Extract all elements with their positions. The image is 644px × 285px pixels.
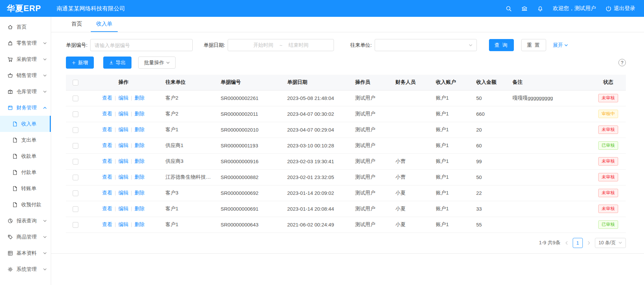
bell-icon[interactable]	[537, 5, 543, 12]
add-button[interactable]: 新增	[66, 57, 94, 69]
sidebar-subitem-expense[interactable]: 支出单	[0, 132, 51, 148]
row-checkbox[interactable]	[73, 159, 78, 165]
cell-remark	[509, 153, 591, 169]
tab-home[interactable]: 首页	[66, 16, 87, 32]
row-checkbox[interactable]	[73, 190, 78, 196]
view-link[interactable]: 查看	[102, 206, 112, 211]
row-actions-cell: 查看|编辑|删除	[85, 122, 162, 138]
edit-link[interactable]: 编辑	[118, 174, 128, 180]
edit-link[interactable]: 编辑	[118, 111, 128, 116]
delete-link[interactable]: 删除	[135, 95, 145, 101]
view-link[interactable]: 查看	[102, 190, 112, 195]
view-link[interactable]: 查看	[102, 127, 112, 132]
sidebar-item-sales[interactable]: 销售管理	[0, 67, 51, 83]
page-number-button[interactable]: 1	[573, 238, 583, 248]
sales-icon	[7, 73, 13, 78]
cell-operator: 测试用户	[352, 217, 392, 233]
export-button[interactable]: 导出	[103, 57, 131, 69]
prev-page-icon[interactable]	[565, 241, 569, 245]
edit-link[interactable]: 编辑	[118, 158, 128, 164]
row-checkbox[interactable]	[73, 143, 78, 149]
edit-link[interactable]: 编辑	[118, 221, 128, 227]
cell-account: 账户1	[432, 153, 473, 169]
delete-link[interactable]: 删除	[135, 142, 145, 148]
edit-link[interactable]: 编辑	[118, 127, 128, 132]
help-icon[interactable]: ?	[618, 59, 626, 66]
view-link[interactable]: 查看	[102, 95, 112, 101]
row-checkbox[interactable]	[73, 96, 78, 101]
date-separator: ~	[279, 42, 282, 48]
delete-link[interactable]: 删除	[135, 174, 145, 180]
row-checkbox[interactable]	[73, 175, 78, 180]
search-button[interactable]: 查 询	[489, 39, 514, 51]
column-header-status: 状态	[591, 75, 626, 90]
page-size-select[interactable]: 10 条/页	[595, 238, 626, 248]
view-link[interactable]: 查看	[102, 158, 112, 164]
cell-operator: 测试用户	[352, 153, 392, 169]
row-checkbox[interactable]	[73, 127, 78, 133]
column-header-amount: 收入金额	[473, 75, 509, 90]
cell-status: 已审核	[591, 138, 626, 153]
sidebar-item-home[interactable]: 首页	[0, 19, 51, 35]
sidebar-subitem-payment[interactable]: 付款单	[0, 164, 51, 180]
sidebar-item-purchase[interactable]: 采购管理	[0, 51, 51, 67]
view-link[interactable]: 查看	[102, 111, 112, 116]
cell-account: 账户1	[432, 201, 473, 217]
logout-button[interactable]: 退出登录	[605, 5, 635, 12]
bank-icon[interactable]	[521, 5, 528, 12]
reset-button[interactable]: 重 置	[521, 39, 546, 51]
row-checkbox[interactable]	[73, 222, 78, 228]
select-all-checkbox[interactable]	[73, 80, 78, 85]
date-range-picker[interactable]: 开始时间 ~ 结束时间	[228, 39, 334, 51]
delete-link[interactable]: 删除	[135, 127, 145, 132]
delete-link[interactable]: 删除	[135, 111, 145, 116]
chevron-down-icon	[43, 235, 47, 239]
doc-icon	[12, 202, 18, 208]
sidebar-item-basic-data[interactable]: 基本资料	[0, 245, 51, 261]
finance-icon	[7, 105, 13, 111]
doc-icon	[12, 137, 18, 143]
table-body: 查看|编辑|删除 客户2 SR00000002261 2023-05-08 21…	[66, 90, 626, 233]
sidebar-item-goods[interactable]: 商品管理	[0, 229, 51, 245]
cell-unit: 供应商1	[162, 138, 217, 153]
view-link[interactable]: 查看	[102, 174, 112, 180]
sidebar-subitem-receipt[interactable]: 收款单	[0, 148, 51, 164]
sidebar-subitem-transfer[interactable]: 转账单	[0, 180, 51, 197]
edit-link[interactable]: 编辑	[118, 190, 128, 195]
cell-date: 2023-04-07 00:30:02	[284, 106, 352, 122]
sidebar-subitem-income[interactable]: 收入单	[0, 116, 51, 132]
edit-link[interactable]: 编辑	[118, 142, 128, 148]
view-link[interactable]: 查看	[102, 142, 112, 148]
tab-income[interactable]: 收入单	[91, 16, 118, 32]
batch-actions-button[interactable]: 批量操作	[138, 57, 176, 69]
cell-date: 2023-02-03 19:30:41	[284, 153, 352, 169]
next-page-icon[interactable]	[587, 241, 591, 245]
row-select-cell	[66, 201, 85, 217]
view-link[interactable]: 查看	[102, 221, 112, 227]
plus-icon	[72, 61, 76, 65]
sidebar-subitem-prepaid[interactable]: 收预付款	[0, 197, 51, 213]
row-checkbox[interactable]	[73, 111, 78, 117]
cell-amount: 20	[473, 122, 509, 138]
sidebar-item-system[interactable]: 系统管理	[0, 261, 51, 277]
expand-link[interactable]: 展开	[553, 42, 568, 48]
doc-icon	[12, 153, 18, 159]
edit-link[interactable]: 编辑	[118, 206, 128, 211]
sidebar-item-report[interactable]: 报表查询	[0, 213, 51, 229]
search-icon[interactable]	[505, 5, 512, 12]
sidebar-item-warehouse[interactable]: 仓库管理	[0, 83, 51, 100]
number-input[interactable]	[90, 39, 193, 51]
sidebar-item-finance[interactable]: 财务管理	[0, 100, 51, 116]
delete-link[interactable]: 删除	[135, 158, 145, 164]
status-badge: 未审核	[598, 126, 618, 134]
delete-link[interactable]: 删除	[135, 221, 145, 227]
delete-link[interactable]: 删除	[135, 190, 145, 195]
row-checkbox[interactable]	[73, 206, 78, 212]
sidebar-item-retail[interactable]: 零售管理	[0, 35, 51, 51]
column-header-operator: 操作员	[352, 75, 392, 90]
date-label: 单据日期:	[203, 42, 225, 48]
edit-link[interactable]: 编辑	[118, 95, 128, 101]
delete-link[interactable]: 删除	[135, 206, 145, 211]
action-separator: |	[115, 190, 116, 195]
unit-select[interactable]	[375, 39, 477, 51]
